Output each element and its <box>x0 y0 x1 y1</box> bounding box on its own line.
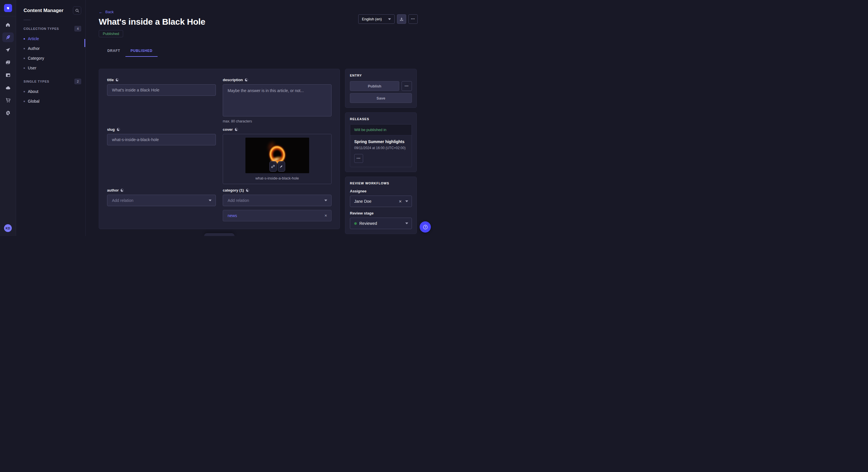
review-stage-label: Review stage <box>350 211 412 215</box>
sidebar-item-about[interactable]: About <box>16 87 85 96</box>
bullet-icon <box>24 48 25 49</box>
tab-draft[interactable]: DRAFT <box>102 46 125 57</box>
description-hint: max. 80 characters <box>223 119 332 123</box>
back-arrow-icon: ← <box>99 10 103 14</box>
field-description: description Maybe the answer is in this … <box>223 78 332 123</box>
section-label-single-types: SINGLE TYPES <box>24 80 50 83</box>
release-card-header: Will be published in <box>350 125 412 135</box>
release-more-button[interactable]: ••• <box>354 154 363 163</box>
globe-icon <box>245 78 248 82</box>
release-date: 09/11/2024 at 16:00 (UTC+02:00) <box>354 146 408 150</box>
cover-asset-card: what-s-inside-a-black-hole <box>223 134 332 184</box>
relation-item-news: news ✕ <box>223 210 332 222</box>
active-item-indicator <box>84 39 85 47</box>
collection-types-count-badge: 4 <box>74 26 81 32</box>
relation-link-news[interactable]: news <box>228 213 237 218</box>
field-title: title <box>107 78 216 96</box>
ellipsis-icon: ••• <box>405 85 409 88</box>
sidebar-title: Content Manager <box>24 8 63 13</box>
cover-image-black-hole <box>245 138 309 173</box>
entry-form-panel: title description Maybe the answer is in… <box>99 69 340 229</box>
header-more-button[interactable]: ••• <box>408 14 417 24</box>
assignee-select[interactable]: Jane Doe ✕ <box>350 196 412 207</box>
strapi-logo[interactable] <box>4 4 12 12</box>
media-icon[interactable] <box>2 58 14 67</box>
entry-side-column: ENTRY Publish ••• Save RELEASES Will be … <box>345 69 417 234</box>
cover-filename: what-s-inside-a-black-hole <box>226 176 328 180</box>
section-label-collection-types: COLLECTION TYPES <box>24 27 59 30</box>
field-category: category (1) Add relation news ✕ <box>223 188 332 222</box>
content-manager-sidebar: Content Manager COLLECTION TYPES 4 Artic… <box>16 0 86 236</box>
svg-text:?: ? <box>424 225 426 229</box>
releases-heading: RELEASES <box>350 117 412 121</box>
chevron-down-icon <box>388 19 391 20</box>
main-content: ← Back English (en) ••• What's inside a … <box>86 0 434 236</box>
slug-input[interactable] <box>107 134 216 145</box>
review-workflows-panel: REVIEW WORKFLOWS Assignee Jane Doe ✕ Rev… <box>345 177 417 234</box>
review-workflows-heading: REVIEW WORKFLOWS <box>350 181 412 185</box>
review-stage-select[interactable]: Reviewed <box>350 217 412 229</box>
copy-link-button[interactable] <box>269 161 277 172</box>
entry-more-button[interactable]: ••• <box>402 81 412 91</box>
release-card: Will be published in Spring Summer highl… <box>350 124 412 167</box>
publish-button[interactable]: Publish <box>350 81 399 91</box>
globe-icon <box>117 128 120 131</box>
field-author: author Add relation <box>107 188 216 206</box>
chevron-down-icon <box>405 200 408 202</box>
chevron-down-icon <box>209 200 212 201</box>
save-button[interactable]: Save <box>350 93 412 103</box>
cloud-icon[interactable] <box>2 83 14 93</box>
cover-field-label: cover <box>223 127 233 132</box>
category-field-label: category (1) <box>223 188 244 193</box>
category-relation-select[interactable]: Add relation <box>223 195 332 206</box>
title-input[interactable] <box>107 84 216 96</box>
stage-status-dot <box>354 222 357 225</box>
chevron-down-icon <box>405 223 408 224</box>
author-relation-select[interactable]: Add relation <box>107 195 216 206</box>
globe-icon <box>235 128 238 131</box>
description-textarea[interactable]: Maybe the answer is in this article, or … <box>223 84 332 116</box>
cart-icon[interactable] <box>2 96 14 105</box>
edit-image-button[interactable] <box>278 161 285 172</box>
pencil-icon <box>280 165 283 168</box>
back-link[interactable]: ← Back <box>99 10 114 14</box>
sidebar-item-global[interactable]: Global <box>16 96 85 106</box>
nav-divider <box>0 16 16 16</box>
ellipsis-icon: ••• <box>411 18 415 20</box>
bullet-icon <box>24 67 25 69</box>
author-field-label: author <box>107 188 119 193</box>
release-title: Spring Summer highlights <box>354 139 408 144</box>
question-mark-icon: ? <box>423 224 428 230</box>
releases-panel: RELEASES Will be published in Spring Sum… <box>345 112 417 172</box>
main-nav: KD <box>0 0 16 236</box>
remove-relation-button[interactable]: ✕ <box>324 214 327 217</box>
locale-select[interactable]: English (en) <box>358 14 395 24</box>
export-button[interactable] <box>397 14 406 24</box>
version-tabs: DRAFT PUBLISHED <box>102 46 418 57</box>
below-fold-element <box>204 233 235 236</box>
gear-icon[interactable] <box>2 108 14 118</box>
help-button[interactable]: ? <box>420 222 431 233</box>
feather-icon[interactable] <box>2 32 14 42</box>
tab-published[interactable]: PUBLISHED <box>125 46 158 57</box>
user-avatar[interactable]: KD <box>4 224 12 232</box>
entry-heading: ENTRY <box>350 74 412 77</box>
paper-plane-icon[interactable] <box>2 45 14 55</box>
search-button[interactable] <box>73 6 81 14</box>
slug-field-label: slug <box>107 127 115 132</box>
home-icon[interactable] <box>2 20 14 30</box>
clear-assignee-button[interactable]: ✕ <box>399 199 402 204</box>
description-field-label: description <box>223 78 243 82</box>
status-badge: Published <box>99 30 123 37</box>
ellipsis-icon: ••• <box>357 157 361 160</box>
sidebar-item-article[interactable]: Article <box>16 34 85 43</box>
sidebar-item-user[interactable]: User <box>16 63 85 73</box>
layout-icon[interactable] <box>2 70 14 80</box>
chevron-down-icon <box>324 200 327 201</box>
sidebar-item-author[interactable]: Author <box>16 43 85 53</box>
globe-icon <box>246 189 249 192</box>
sidebar-divider <box>24 20 31 20</box>
title-field-label: title <box>107 78 114 82</box>
field-slug: slug <box>107 127 216 145</box>
sidebar-item-category[interactable]: Category <box>16 53 85 63</box>
